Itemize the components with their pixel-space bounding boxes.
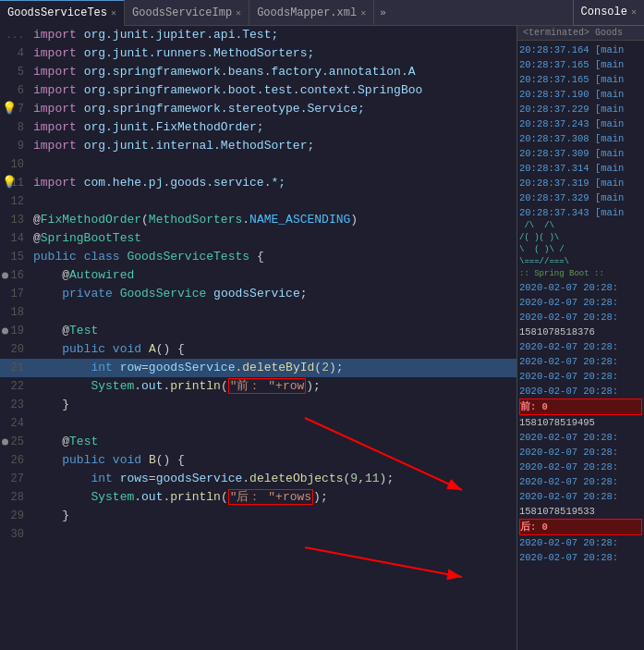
- list-item: 2020-02-07 20:28:: [519, 430, 642, 445]
- line-content: import org.springframework.stereotype.Se…: [30, 100, 516, 118]
- list-item: 2020-02-07 20:28:: [519, 474, 642, 489]
- line-number: 18: [0, 303, 30, 322]
- list-item: 1581078518376: [519, 325, 642, 339]
- tab-goods-service-tests[interactable]: GoodsServiceTes ✕: [0, 0, 125, 26]
- list-item: 20:28:37.229 [main: [519, 102, 642, 117]
- line-number: 29: [0, 507, 30, 525]
- line-number: 9: [0, 137, 30, 155]
- close-icon[interactable]: ✕: [236, 7, 241, 18]
- list-item: 2020-02-07 20:28:: [519, 280, 642, 295]
- line-content: import org.springframework.boot.test.con…: [30, 81, 516, 100]
- line-content: public void B() {: [30, 451, 516, 470]
- console-header-label: <terminated> Goods: [523, 28, 623, 38]
- line-content: }: [30, 507, 516, 525]
- console-tab[interactable]: Console ✕: [573, 0, 644, 26]
- list-item: /( )( )\: [519, 232, 642, 244]
- list-item: 2020-02-07 20:28:: [519, 489, 642, 504]
- line-content: [30, 192, 516, 211]
- list-item: 20:28:37.165 [main: [519, 57, 642, 72]
- line-number: 28: [0, 488, 30, 507]
- line-content: [30, 303, 516, 322]
- list-item: 2020-02-07 20:28:: [519, 550, 642, 565]
- table-row: ... import org.junit.jupiter.api.Test;: [0, 26, 516, 44]
- line-content: }: [30, 396, 516, 414]
- list-item: 20:28:37.309 [main: [519, 146, 642, 161]
- line-number: 16: [0, 266, 30, 285]
- code-editor[interactable]: ... import org.junit.jupiter.api.Test; 4…: [0, 26, 516, 650]
- list-item: 2020-02-07 20:28:: [519, 310, 642, 325]
- list-item: 2020-02-07 20:28:: [519, 369, 642, 384]
- close-icon[interactable]: ✕: [631, 6, 637, 18]
- tab-overflow-button[interactable]: »: [374, 7, 392, 18]
- tab-label: GoodsServiceImp: [132, 6, 232, 19]
- tab-bar: GoodsServiceTes ✕ GoodsServiceImp ✕ Good…: [0, 0, 644, 26]
- console-content[interactable]: 20:28:37.164 [main 20:28:37.165 [main 20…: [517, 41, 644, 650]
- table-row: 26 public void B() {: [0, 451, 516, 470]
- table-row: 28 System.out.println("后： "+rows);: [0, 488, 516, 507]
- list-item: 20:28:37.308 [main: [519, 131, 642, 146]
- list-item: 20:28:37.343 [main: [519, 205, 642, 220]
- line-number: 13: [0, 211, 30, 229]
- table-row: 9 import org.junit.internal.MethodSorter…: [0, 137, 516, 155]
- line-content: [30, 525, 516, 544]
- line-content: import org.junit.runners.MethodSorters;: [30, 44, 516, 63]
- code-lines-container: ... import org.junit.jupiter.api.Test; 4…: [0, 26, 516, 544]
- table-row: 💡 11 import com.hehe.pj.goods.service.*;: [0, 174, 516, 192]
- list-item: 2020-02-07 20:28:: [519, 384, 642, 399]
- list-item: 20:28:37.319 [main: [519, 176, 642, 190]
- console-header: <terminated> Goods: [517, 26, 644, 41]
- table-row: 19 @Test: [0, 322, 516, 340]
- console-output-hou: 后: 0: [519, 519, 642, 535]
- close-icon[interactable]: ✕: [360, 7, 366, 18]
- table-row: 10: [0, 155, 516, 174]
- lightbulb-icon: 💡: [2, 174, 17, 192]
- list-item: 1581078519495: [519, 415, 642, 430]
- line-number: 5: [0, 63, 30, 81]
- list-item: \===//===\: [519, 256, 642, 268]
- list-item: 2020-02-07 20:28:: [519, 339, 642, 354]
- table-row: 27 int rows=goodsService.deleteObjects(9…: [0, 470, 516, 488]
- tab-label: GoodsServiceTes: [7, 6, 107, 19]
- line-number: 22: [0, 377, 30, 396]
- line-number: 23: [0, 396, 30, 414]
- list-item: 20:28:37.165 [main: [519, 72, 642, 87]
- table-row: 30: [0, 525, 516, 544]
- line-number: 26: [0, 451, 30, 470]
- console-panel: <terminated> Goods 20:28:37.164 [main 20…: [516, 26, 644, 650]
- table-row: 13 @FixMethodOrder(MethodSorters.NAME_AS…: [0, 211, 516, 229]
- line-content: @SpringBootTest: [30, 229, 516, 248]
- list-item: 20:28:37.314 [main: [519, 161, 642, 176]
- line-number: 6: [0, 81, 30, 100]
- list-item: :: Spring Boot ::: [519, 268, 642, 280]
- table-row: 18: [0, 303, 516, 322]
- table-row: 29 }: [0, 507, 516, 525]
- line-number: 20: [0, 340, 30, 359]
- table-row: 17 private GoodsService goodsService;: [0, 285, 516, 303]
- tab-goods-service-impl[interactable]: GoodsServiceImp ✕: [125, 0, 249, 26]
- line-content: @Test: [30, 322, 516, 340]
- table-row: 4 import org.junit.runners.MethodSorters…: [0, 44, 516, 63]
- line-number: ...: [0, 26, 30, 44]
- line-number: 24: [0, 414, 30, 433]
- close-icon[interactable]: ✕: [111, 7, 116, 18]
- line-content: @Test: [30, 433, 516, 451]
- line-number: 10: [0, 155, 30, 174]
- line-content: import org.springframework.beans.factory…: [30, 63, 516, 81]
- table-row: 6 import org.springframework.boot.test.c…: [0, 81, 516, 100]
- table-row: 12: [0, 192, 516, 211]
- list-item: 20:28:37.329 [main: [519, 190, 642, 205]
- line-content: System.out.println("前： "+row);: [30, 377, 516, 396]
- console-output-qian: 前: 0: [519, 399, 642, 415]
- table-row: 23 }: [0, 396, 516, 414]
- line-number: 4: [0, 44, 30, 63]
- line-content: public void A() {: [30, 340, 516, 359]
- table-row: 15 public class GoodsServiceTests {: [0, 248, 516, 266]
- table-row: 14 @SpringBootTest: [0, 229, 516, 248]
- line-number: 💡 11: [0, 174, 30, 192]
- list-item: 1581078519533: [519, 504, 642, 519]
- table-row: 24: [0, 414, 516, 433]
- list-item: 2020-02-07 20:28:: [519, 460, 642, 474]
- list-item: 20:28:37.190 [main: [519, 87, 642, 102]
- table-row: 20 public void A() {: [0, 340, 516, 359]
- tab-goods-mapper-xml[interactable]: GoodsMapper.xml ✕: [249, 0, 374, 26]
